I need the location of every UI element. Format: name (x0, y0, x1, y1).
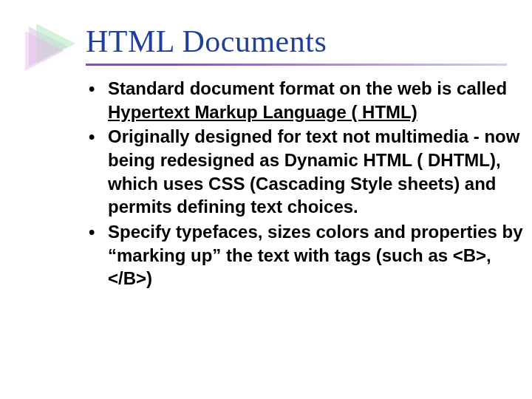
list-item: Specify typefaces, sizes colors and prop… (86, 220, 529, 290)
bullet-list: Standard document format on the web is c… (86, 77, 529, 290)
slide: HTML Documents Standard document format … (0, 0, 532, 399)
list-item: Standard document format on the web is c… (86, 77, 529, 123)
title-underline (86, 64, 507, 66)
bullet-text: Standard document format on the web is c… (108, 78, 507, 98)
decorative-triangle-icon (25, 21, 77, 72)
bullet-underlined: Hypertext Markup Language ( HTML) (108, 102, 417, 122)
bullet-text: Specify typefaces, sizes colors and prop… (108, 222, 523, 288)
slide-body: Standard document format on the web is c… (86, 77, 529, 292)
slide-title: HTML Documents (86, 24, 327, 59)
bullet-text: Originally designed for text not multime… (108, 126, 519, 216)
list-item: Originally designed for text not multime… (86, 125, 529, 219)
